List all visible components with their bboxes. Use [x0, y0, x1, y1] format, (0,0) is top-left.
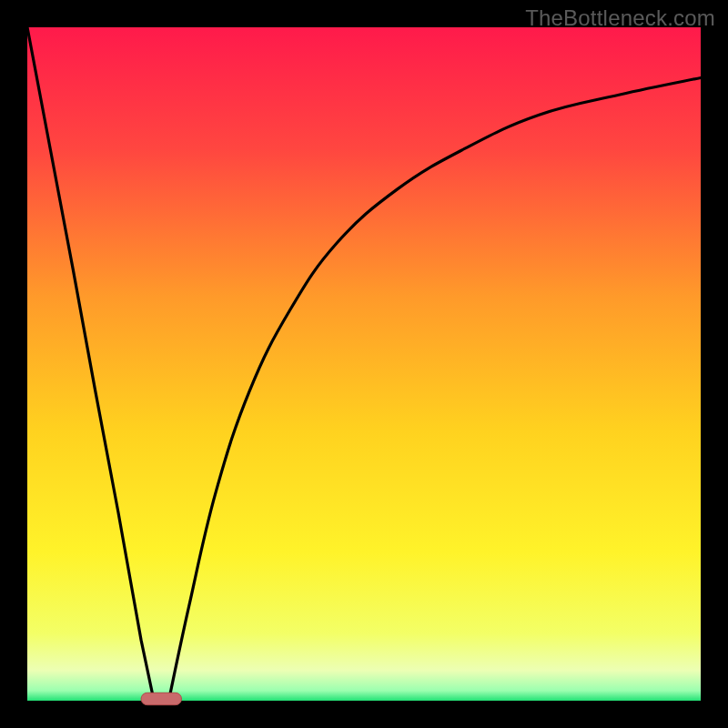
optimum-marker	[141, 693, 181, 704]
chart-frame: TheBottleneck.com	[0, 0, 728, 728]
chart-svg	[0, 0, 728, 728]
plot-background	[27, 27, 701, 701]
watermark-text: TheBottleneck.com	[525, 5, 715, 31]
